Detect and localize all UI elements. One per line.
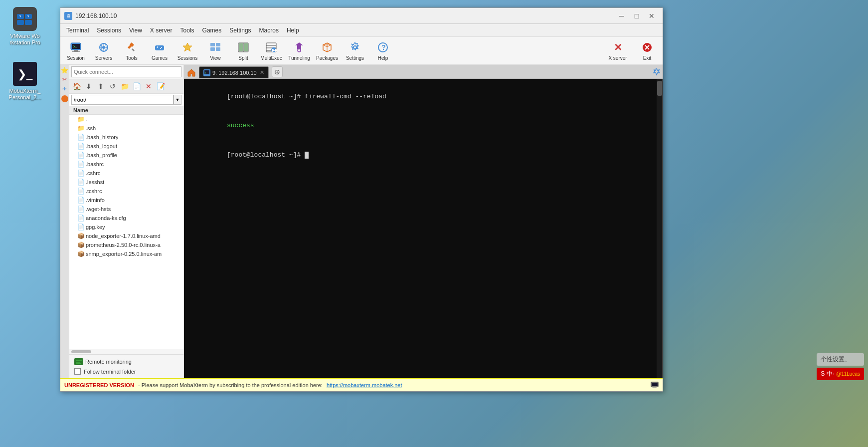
tools-icon (125, 40, 139, 54)
chinese-btn-1[interactable]: 个性设置、 (817, 353, 864, 366)
remote-monitor-btn[interactable]: Remote monitoring (71, 357, 181, 367)
side-nav-scissors[interactable]: ✂ (61, 76, 69, 84)
svg-text:❯: ❯ (204, 71, 206, 74)
toolbar-view-btn[interactable]: View (202, 38, 229, 63)
content-area: ⭐ ✂ ✈ 🏠 ⬇ ⬆ ↺ 📁 📄 ✕ 📝 ▼ (60, 65, 663, 378)
follow-folder-row[interactable]: Follow terminal folder (71, 367, 181, 376)
toolbar-settings-btn[interactable]: Settings (342, 38, 368, 63)
file-name-node-exporter: node_exporter-1.7.0.linux-amd (86, 233, 161, 239)
menu-games[interactable]: Games (198, 26, 226, 35)
file-item-gpg[interactable]: 📄 gpg.key (69, 223, 183, 231)
csdn-badge[interactable]: S 中· @11Lucas (817, 368, 864, 380)
toolbar-multiexec-btn[interactable]: ▶▶ MultiExec (258, 38, 285, 63)
minimize-button[interactable]: ─ (615, 10, 629, 21)
vmware-desktop-icon[interactable]: VMware Workstation Pro (5, 5, 45, 48)
sidebar-download-btn[interactable]: ⬇ (83, 81, 94, 92)
sidebar-delete-btn[interactable]: ✕ (143, 81, 154, 92)
terminal-scrollbar-thumb[interactable] (657, 81, 662, 96)
follow-folder-label: Follow terminal folder (84, 369, 136, 375)
packages-label: Packages (316, 55, 338, 61)
side-nav-star[interactable]: ⭐ (61, 67, 69, 75)
file-item-bash-profile[interactable]: 📄 .bash_profile (69, 151, 183, 160)
file-item-lesshst[interactable]: 📄 .lesshst (69, 178, 183, 187)
file-item-parent[interactable]: 📁 .. (69, 115, 183, 124)
help-label: Help (378, 55, 388, 61)
menu-sessions[interactable]: Sessions (93, 26, 125, 35)
file-prometheus-icon: 📦 (77, 241, 84, 248)
terminal-line-3: [root@localhost ~]# (188, 140, 659, 170)
sidebar-refresh-btn[interactable]: ↺ (107, 81, 118, 92)
path-dropdown[interactable]: ▼ (174, 95, 181, 105)
toolbar-help-btn[interactable]: ? Help (369, 38, 396, 63)
menu-macros[interactable]: Macros (255, 26, 283, 35)
file-item-snmp[interactable]: 📦 snmp_exporter-0.25.0.linux-am (69, 249, 183, 258)
sidebar-newfile-btn[interactable]: 📄 (131, 81, 142, 92)
file-item-anaconda[interactable]: 📄 anaconda-ks.cfg (69, 214, 183, 223)
menu-settings[interactable]: Settings (225, 26, 255, 35)
file-item-prometheus[interactable]: 📦 prometheus-2.50.0-rc.0.linux-a (69, 240, 183, 249)
toolbar-session-btn[interactable]: ❯_ Session (62, 38, 89, 63)
file-item-bash-logout[interactable]: 📄 .bash_logout (69, 142, 183, 151)
menu-terminal[interactable]: Terminal (62, 26, 93, 35)
tab-home-btn[interactable] (185, 67, 198, 78)
menu-help[interactable]: Help (283, 26, 303, 35)
new-tab-btn[interactable]: ⊕ (272, 66, 283, 77)
sidebar-upload-btn[interactable]: ⬆ (95, 81, 106, 92)
title-bar-text: 192.168.100.10 (75, 12, 615, 19)
side-nav-plane[interactable]: ✈ (61, 86, 69, 94)
close-button[interactable]: ✕ (645, 10, 659, 21)
terminal-scrollbar-track (657, 79, 663, 378)
pin-btn[interactable] (651, 66, 662, 77)
menu-view[interactable]: View (125, 26, 146, 35)
maximize-button[interactable]: □ (630, 10, 644, 21)
mobaxterm-desktop-icon[interactable]: ❯_ MobaXterm_Personal_2... (5, 60, 45, 103)
file-item-ssh[interactable]: 📁 .ssh (69, 124, 183, 133)
terminal[interactable]: [root@localhost ~]# firewall-cmd --reloa… (184, 79, 663, 378)
path-input[interactable] (71, 95, 174, 105)
side-nav-orange[interactable] (61, 95, 68, 102)
file-column-header[interactable]: Name (69, 106, 183, 115)
file-bash-profile-icon: 📄 (77, 152, 84, 159)
quick-connect-input[interactable] (71, 66, 181, 77)
toolbar-tools-btn[interactable]: Tools (118, 38, 145, 63)
toolbar-tunneling-btn[interactable]: Tunneling (286, 38, 313, 63)
terminal-line-2: success (188, 111, 659, 141)
xserver-label: X server (608, 55, 627, 61)
tab-session-1[interactable]: ❯ 9. 192.168.100.10 ✕ (199, 66, 269, 78)
toolbar-split-btn[interactable]: Split (230, 38, 257, 63)
tab-close-btn-1[interactable]: ✕ (260, 69, 264, 76)
toolbar-xserver-btn[interactable]: ✕ X server (603, 38, 633, 63)
file-item-wget-hsts[interactable]: 📄 .wget-hsts (69, 205, 183, 214)
support-text: - Please support MobaXterm by subscribin… (138, 382, 323, 388)
toolbar-games-btn[interactable]: Games (146, 38, 173, 63)
file-node-exporter-icon: 📦 (77, 232, 84, 239)
file-item-node-exporter[interactable]: 📦 node_exporter-1.7.0.linux-amd (69, 231, 183, 240)
support-link[interactable]: https://mobaxterm.mobatek.net (327, 382, 402, 388)
file-item-cshrc[interactable]: 📄 .cshrc (69, 169, 183, 178)
toolbar-packages-btn[interactable]: Packages (314, 38, 341, 63)
file-item-bash-history[interactable]: 📄 .bash_history (69, 133, 183, 142)
toolbar-sessions-btn[interactable]: Sessions (174, 38, 201, 63)
svg-rect-4 (25, 20, 32, 25)
title-bar-icon: 🖥 (64, 12, 72, 20)
svg-rect-31 (239, 43, 243, 51)
file-item-tcshrc[interactable]: 📄 .tcshrc (69, 187, 183, 196)
toolbar-exit-btn[interactable]: Exit (634, 38, 661, 63)
quick-connect-bar (69, 65, 183, 79)
sidebar-home-btn[interactable]: 🏠 (71, 81, 82, 92)
follow-folder-checkbox[interactable] (74, 368, 81, 375)
tabs-bar: ❯ 9. 192.168.100.10 ✕ ⊕ (184, 65, 663, 79)
sidebar-scroll-thumb[interactable] (71, 350, 91, 353)
svg-marker-53 (188, 69, 195, 76)
toolbar-servers-btn[interactable]: Servers (90, 38, 117, 63)
tunneling-icon (292, 40, 306, 54)
file-item-bashrc[interactable]: 📄 .bashrc (69, 160, 183, 169)
svg-point-23 (160, 48, 161, 49)
sidebar-newfolder-btn[interactable]: 📁 (119, 81, 130, 92)
menu-tools[interactable]: Tools (176, 26, 198, 35)
svg-rect-25 (210, 43, 215, 46)
menu-xserver[interactable]: X server (146, 26, 176, 35)
svg-rect-19 (155, 45, 164, 50)
sidebar-rename-btn[interactable]: 📝 (155, 81, 166, 92)
file-item-viminfo[interactable]: 📄 .viminfo (69, 196, 183, 205)
